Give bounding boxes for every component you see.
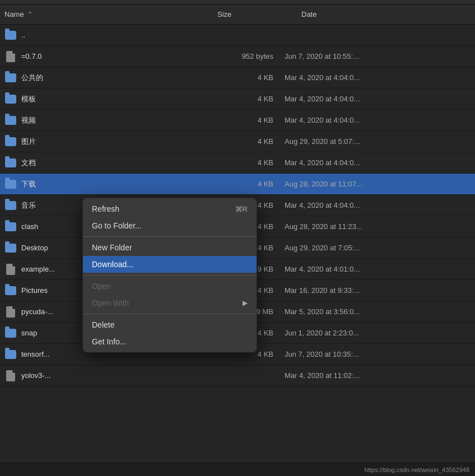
file-date: Mar 4, 2020 at 4:01:0... (285, 265, 471, 273)
sort-arrow-icon: ⌃ (27, 11, 32, 18)
file-row[interactable]: =0.7.0 952 bytes Jun 7, 2020 at 10:55:..… (0, 46, 475, 67)
column-size-label: Size (217, 10, 231, 18)
folder-icon (4, 284, 17, 297)
file-size: 4 KB (201, 116, 285, 124)
context-menu-label-open: Open (92, 282, 111, 291)
folder-icon (4, 199, 17, 212)
doc-icon (4, 370, 17, 382)
context-menu-separator (83, 275, 257, 276)
file-name: 下载 (21, 179, 201, 189)
file-name: 文档 (21, 158, 201, 168)
file-date: Jun 1, 2020 at 2:23:0... (285, 329, 471, 337)
folder-icon (4, 157, 17, 169)
folder-icon (4, 221, 17, 233)
context-menu-label-delete: Delete (92, 320, 114, 329)
file-date: Mar 4, 2020 at 4:04:0... (285, 201, 471, 209)
folder-icon (4, 29, 17, 41)
file-name: 模板 (21, 94, 201, 104)
context-menu-item-get-info[interactable]: Get Info... (83, 333, 257, 350)
context-menu-label-download: Download... (92, 260, 133, 269)
file-size: 4 KB (201, 95, 285, 103)
file-date: Aug 29, 2020 at 7:05:... (285, 244, 471, 252)
file-date: Mar 4, 2020 at 11:02:... (285, 371, 471, 380)
context-menu-separator (83, 236, 257, 237)
doc-icon (4, 306, 17, 318)
file-name: 图片 (21, 137, 201, 147)
folder-icon (4, 93, 17, 105)
column-headers: Name ⌃ Size Date (0, 4, 475, 25)
doc-icon (4, 50, 17, 63)
file-date: Mar 4, 2020 at 4:04:0... (285, 116, 471, 124)
column-name-header[interactable]: Name ⌃ (4, 10, 217, 18)
submenu-arrow-icon: ▶ (243, 299, 248, 307)
file-size: 4 KB (201, 137, 285, 146)
context-menu: Refresh ⌘R Go to Folder... New Folder Do… (83, 198, 257, 352)
column-date-header[interactable]: Date (301, 10, 471, 18)
folder-icon (4, 242, 17, 254)
file-list: .. =0.7.0 952 bytes Jun 7, 2020 at 10:55… (0, 25, 475, 463)
file-row[interactable]: .. (0, 25, 475, 46)
context-menu-item-open: Open (83, 278, 257, 295)
context-menu-item-open-with: Open With ▶ (83, 295, 257, 311)
context-menu-item-delete[interactable]: Delete (83, 316, 257, 333)
file-row[interactable]: 公共的 4 KB Mar 4, 2020 at 4:04:0... (0, 67, 475, 88)
file-date: Mar 4, 2020 at 4:04:0... (285, 158, 471, 167)
context-menu-item-new-folder[interactable]: New Folder (83, 239, 257, 256)
file-row[interactable]: 文档 4 KB Mar 4, 2020 at 4:04:0... (0, 152, 475, 174)
column-name-label: Name (4, 10, 24, 18)
file-size: 4 KB (201, 158, 285, 167)
folder-icon (4, 327, 17, 339)
folder-icon (4, 348, 17, 361)
file-date: Mar 4, 2020 at 4:04:0... (285, 73, 471, 82)
file-row[interactable]: 模板 4 KB Mar 4, 2020 at 4:04:0... (0, 88, 475, 110)
context-menu-label-new-folder: New Folder (92, 243, 132, 252)
file-date: Aug 29, 2020 at 5:07:... (285, 137, 471, 146)
context-menu-item-refresh[interactable]: Refresh ⌘R (83, 200, 257, 217)
file-date: Mar 16, 2020 at 9:33:... (285, 286, 471, 295)
file-size: 952 bytes (201, 52, 285, 60)
file-size: 4 KB (201, 180, 285, 188)
file-manager: Name ⌃ Size Date .. =0.7.0 952 bytes Jun… (0, 0, 475, 476)
file-row[interactable]: yolov3-... Mar 4, 2020 at 11:02:... (0, 365, 475, 386)
context-menu-item-download[interactable]: Download... (83, 256, 257, 273)
file-date: Aug 28, 2020 at 11:23... (285, 222, 471, 231)
file-date: Jun 7, 2020 at 10:35:... (285, 350, 471, 358)
file-date: Aug 28, 2020 at 11:07... (285, 180, 471, 188)
context-menu-label-get-info: Get Info... (92, 337, 126, 346)
doc-icon (4, 263, 17, 276)
file-row[interactable]: 视频 4 KB Mar 4, 2020 at 4:04:0... (0, 110, 475, 131)
title-bar (0, 0, 475, 4)
column-date-label: Date (301, 10, 316, 18)
file-date: Mar 5, 2020 at 3:56:0... (285, 307, 471, 316)
folder-icon (4, 72, 17, 84)
file-row-selected[interactable]: 下载 4 KB Aug 28, 2020 at 11:07... (0, 174, 475, 195)
file-name: =0.7.0 (21, 52, 201, 60)
file-row[interactable]: 图片 4 KB Aug 29, 2020 at 5:07:... (0, 131, 475, 152)
folder-icon (4, 178, 17, 190)
context-menu-item-goto[interactable]: Go to Folder... (83, 217, 257, 234)
column-size-header[interactable]: Size (217, 10, 301, 18)
context-menu-label-goto: Go to Folder... (92, 221, 142, 230)
file-size: 4 KB (201, 73, 285, 82)
status-bar: https://blog.csdn.net/weixin_43562948 (0, 463, 475, 476)
context-menu-label-open-with: Open With (92, 298, 129, 307)
file-name: yolov3-... (21, 371, 201, 380)
context-menu-shortcut-refresh: ⌘R (235, 205, 248, 213)
file-date: Mar 4, 2020 at 4:04:0... (285, 95, 471, 103)
context-menu-separator (83, 314, 257, 314)
status-url: https://blog.csdn.net/weixin_43562948 (365, 466, 469, 473)
file-name: 公共的 (21, 73, 201, 83)
file-date: Jun 7, 2020 at 10:55:... (285, 52, 471, 60)
context-menu-label-refresh: Refresh (92, 204, 119, 213)
file-name: 视频 (21, 115, 201, 125)
folder-icon (4, 114, 17, 127)
folder-icon (4, 136, 17, 148)
file-name: .. (21, 31, 201, 39)
